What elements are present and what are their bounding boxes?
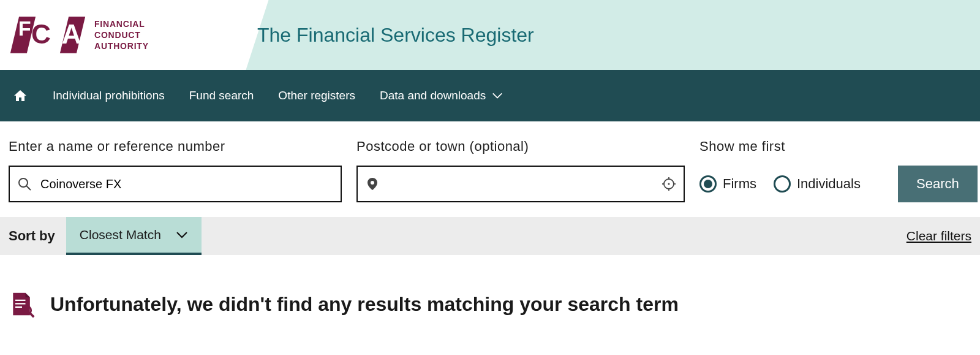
svg-rect-15 xyxy=(15,307,22,308)
main-nav: Individual prohibitions Fund search Othe… xyxy=(0,70,980,121)
spacer xyxy=(202,217,907,255)
nav-other-registers[interactable]: Other registers xyxy=(278,89,355,102)
svg-text:F: F xyxy=(18,17,31,40)
nav-label: Individual prohibitions xyxy=(53,89,165,102)
svg-line-17 xyxy=(30,313,34,317)
logo-text: FINANCIAL CONDUCT AUTHORITY xyxy=(94,18,149,52)
name-input-box[interactable] xyxy=(9,166,342,202)
logo-text-line: FINANCIAL xyxy=(94,18,149,29)
page-title: The Financial Services Register xyxy=(257,24,534,47)
home-icon xyxy=(12,88,28,103)
svg-text:C: C xyxy=(31,19,51,49)
clear-filters-link[interactable]: Clear filters xyxy=(907,217,971,255)
no-results: Unfortunately, we didn't find any result… xyxy=(0,255,980,330)
document-search-icon xyxy=(9,291,36,318)
nav-label: Data and downloads xyxy=(380,89,486,102)
svg-line-6 xyxy=(26,186,31,190)
postcode-search-block: Postcode or town (optional) xyxy=(356,139,685,202)
postcode-label: Postcode or town (optional) xyxy=(356,139,685,155)
postcode-input[interactable] xyxy=(388,167,653,201)
name-label: Enter a name or reference number xyxy=(9,139,342,155)
fca-logo[interactable]: F C A xyxy=(9,13,87,57)
sort-by-label: Sort by xyxy=(9,217,55,255)
radio-icon xyxy=(699,175,717,193)
sort-bar: Sort by Closest Match Clear filters xyxy=(0,217,980,255)
search-section: Enter a name or reference number Postcod… xyxy=(0,121,980,217)
radio-row: Firms Individuals xyxy=(699,166,883,202)
show-first-block: Show me first Firms Individuals xyxy=(699,139,883,202)
search-button[interactable]: Search xyxy=(898,166,978,202)
sort-dropdown[interactable]: Closest Match xyxy=(66,217,202,255)
svg-point-8 xyxy=(668,183,670,185)
postcode-input-box[interactable] xyxy=(356,166,685,202)
nav-individual-prohibitions[interactable]: Individual prohibitions xyxy=(53,89,165,102)
name-input[interactable] xyxy=(40,167,333,201)
radio-icon xyxy=(774,175,791,193)
nav-data-downloads[interactable]: Data and downloads xyxy=(380,89,503,102)
location-pin-icon xyxy=(365,177,380,191)
radio-firms[interactable]: Firms xyxy=(699,175,756,193)
search-icon xyxy=(17,177,32,191)
svg-text:A: A xyxy=(62,19,81,49)
svg-point-5 xyxy=(19,178,28,187)
radio-individuals[interactable]: Individuals xyxy=(774,175,861,193)
name-search-block: Enter a name or reference number xyxy=(9,139,342,202)
logo-text-line: AUTHORITY xyxy=(94,40,149,52)
logo-area: F C A FINANCIAL CONDUCT AUTHORITY xyxy=(0,0,233,70)
header-band: F C A FINANCIAL CONDUCT AUTHORITY The Fi… xyxy=(0,0,980,70)
logo-text-line: CONDUCT xyxy=(94,29,149,40)
svg-rect-14 xyxy=(15,303,26,304)
nav-home[interactable] xyxy=(12,88,28,103)
svg-rect-13 xyxy=(15,300,26,301)
radio-label: Firms xyxy=(723,176,756,192)
target-icon[interactable] xyxy=(662,177,676,191)
sort-selected: Closest Match xyxy=(80,227,161,242)
radio-label: Individuals xyxy=(797,176,861,192)
nav-fund-search[interactable]: Fund search xyxy=(189,89,254,102)
show-first-label: Show me first xyxy=(699,139,883,155)
chevron-down-icon xyxy=(176,231,188,239)
nav-label: Other registers xyxy=(278,89,355,102)
chevron-down-icon xyxy=(492,92,503,99)
nav-label: Fund search xyxy=(189,89,254,102)
no-results-heading: Unfortunately, we didn't find any result… xyxy=(50,293,679,316)
